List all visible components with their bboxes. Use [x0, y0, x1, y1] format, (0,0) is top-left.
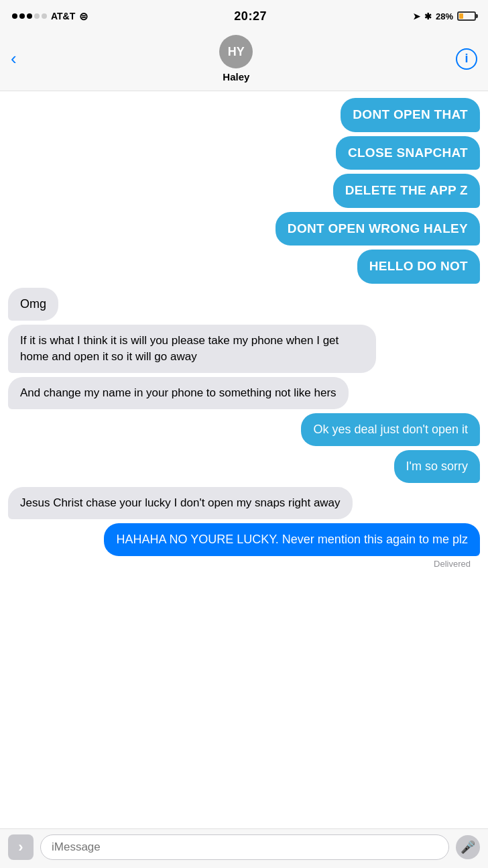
- message-row: If it is what I think it is will you ple…: [8, 325, 480, 373]
- message-row: Ok yes deal just don't open it: [8, 413, 480, 446]
- battery-percentage: 28%: [436, 11, 453, 21]
- message-input[interactable]: [40, 834, 449, 860]
- message-bubble: Ok yes deal just don't open it: [301, 413, 480, 446]
- messages-container: DONT OPEN THAT CLOSE SNAPCHAT DELETE THE…: [0, 91, 488, 647]
- message-row: Jesus Christ chase your lucky I don't op…: [8, 487, 480, 519]
- message-bubble: CLOSE SNAPCHAT: [336, 136, 480, 170]
- message-bubble: DELETE THE APP Z: [333, 174, 480, 208]
- contact-info: HY Haley: [219, 35, 253, 83]
- status-right: ➤ ✱ 28%: [413, 11, 476, 21]
- mic-icon: 🎤: [461, 840, 475, 855]
- avatar[interactable]: HY: [219, 35, 253, 68]
- battery-fill: [459, 13, 463, 19]
- message-row: I'm so sorry: [8, 450, 480, 483]
- signal-dots: [12, 13, 47, 19]
- message-bubble: DONT OPEN THAT: [341, 98, 480, 132]
- bluetooth-icon: ✱: [424, 11, 432, 21]
- battery-icon: [457, 11, 476, 21]
- message-bubble: And change my name in your phone to some…: [8, 377, 349, 409]
- message-row: HELLO DO NOT: [8, 250, 480, 284]
- message-row: DONT OPEN WRONG HALEY: [8, 212, 480, 246]
- message-row: CLOSE SNAPCHAT: [8, 136, 480, 170]
- message-bubble: Jesus Christ chase your lucky I don't op…: [8, 487, 353, 519]
- message-bubble: HELLO DO NOT: [357, 250, 480, 284]
- nav-bar: ‹ HY Haley i: [0, 30, 488, 91]
- carrier-label: AT&T: [51, 11, 75, 21]
- wifi-icon: ⊜: [79, 10, 88, 23]
- message-bubble: DONT OPEN WRONG HALEY: [276, 212, 480, 246]
- signal-dot-2: [19, 13, 25, 19]
- back-button[interactable]: ‹: [11, 48, 17, 69]
- message-row: And change my name in your phone to some…: [8, 377, 480, 409]
- info-button[interactable]: i: [456, 48, 477, 70]
- delivered-label: Delivered: [8, 559, 480, 569]
- signal-dot-3: [27, 13, 32, 19]
- input-bar: › 🎤: [0, 828, 488, 868]
- message-row: HAHAHA NO YOURE LUCKY. Never mention thi…: [8, 523, 480, 556]
- signal-dot-1: [12, 13, 17, 19]
- mic-button[interactable]: 🎤: [456, 835, 480, 859]
- status-left: AT&T ⊜: [12, 10, 88, 23]
- signal-dot-5: [42, 13, 47, 19]
- message-bubble: If it is what I think it is will you ple…: [8, 325, 376, 373]
- message-bubble: I'm so sorry: [394, 450, 480, 483]
- message-bubble: Omg: [8, 288, 58, 321]
- expand-button[interactable]: ›: [8, 834, 34, 860]
- time-label: 20:27: [234, 9, 267, 23]
- contact-name: Haley: [223, 71, 249, 83]
- status-bar: AT&T ⊜ 20:27 ➤ ✱ 28%: [0, 0, 488, 30]
- message-row: DONT OPEN THAT: [8, 98, 480, 132]
- signal-dot-4: [34, 13, 40, 19]
- message-row: DELETE THE APP Z: [8, 174, 480, 208]
- message-bubble: HAHAHA NO YOURE LUCKY. Never mention thi…: [104, 523, 480, 556]
- message-row: Omg: [8, 288, 480, 321]
- location-icon: ➤: [413, 11, 420, 21]
